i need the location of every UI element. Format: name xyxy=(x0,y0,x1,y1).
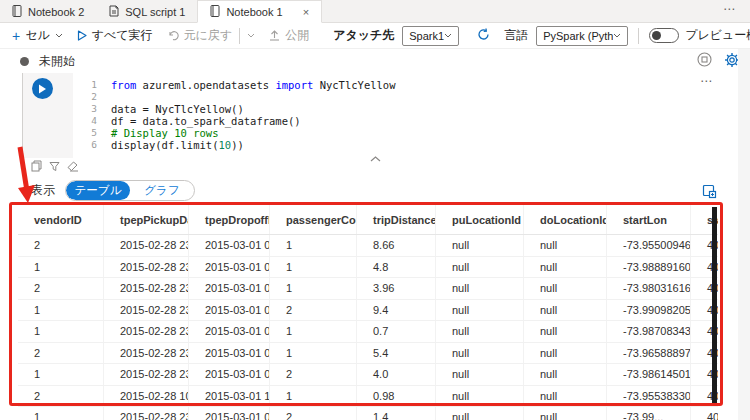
tab-sql-script-1[interactable]: SQL script 1 xyxy=(96,0,197,23)
chart-view-tab[interactable]: グラフ xyxy=(130,181,194,200)
column-header[interactable]: vendorID xyxy=(18,205,104,234)
table-cell: 1 xyxy=(18,321,104,342)
notebook-icon xyxy=(12,5,22,19)
table-cell: null xyxy=(524,235,607,256)
table-cell: 4.0 xyxy=(357,364,436,385)
table-cell: 4.8 xyxy=(357,257,436,278)
filter-icon[interactable] xyxy=(49,161,60,172)
tab-notebook-2[interactable]: Notebook 2 xyxy=(0,0,96,23)
table-cell: null xyxy=(524,257,607,278)
table-cell: 1 xyxy=(18,300,104,321)
upload-icon xyxy=(269,30,280,41)
tab-notebook-1[interactable]: Notebook 1 × xyxy=(197,0,322,23)
preview-toggle[interactable] xyxy=(649,28,679,43)
table-cell: null xyxy=(524,386,607,407)
table-cell: null xyxy=(524,278,607,299)
code-line: 5# Display 10 rows xyxy=(73,127,737,139)
column-header[interactable]: startLon xyxy=(607,205,691,234)
view-label: 表示 xyxy=(31,182,55,199)
table-row: 12015-02-28 23:5...2015-03-01 00:1...24.… xyxy=(18,364,718,386)
eraser-icon[interactable] xyxy=(67,161,79,172)
table-cell: 1 xyxy=(270,257,357,278)
language-label: 言語 xyxy=(504,27,528,44)
tab-label: SQL script 1 xyxy=(125,6,185,18)
copy-output-icon[interactable] xyxy=(31,160,42,172)
run-all-button[interactable]: すべて実行 xyxy=(77,27,153,44)
sql-script-icon xyxy=(108,5,119,19)
cell-more-button[interactable]: ⋯ xyxy=(700,74,713,88)
column-header[interactable]: tripDistance xyxy=(357,205,436,234)
code-line: 2 xyxy=(73,91,737,103)
table-cell: null xyxy=(436,386,524,407)
table-cell: null xyxy=(436,321,524,342)
code-line: 4df = data.to_spark_dataframe() xyxy=(73,115,737,127)
column-header[interactable]: tpepDropoffDat... xyxy=(189,205,270,234)
table-cell: null xyxy=(436,278,524,299)
table-cell: 2 xyxy=(18,235,104,256)
table-cell: 2015-03-01 00:0... xyxy=(189,300,270,321)
chevron-down-icon xyxy=(55,33,63,38)
table-scrollbar[interactable] xyxy=(712,207,717,406)
table-cell: -73.99... xyxy=(607,407,691,420)
table-cell: 2015-03-01 00:0... xyxy=(189,278,270,299)
table-cell: 2015-02-28 10:4... xyxy=(104,386,189,407)
table-view-tab[interactable]: テーブル xyxy=(66,181,130,200)
code-line: 3data = NycTlcYellow() xyxy=(73,103,737,115)
table-cell: 40 xyxy=(691,407,718,420)
undo-button[interactable]: 元に戻す xyxy=(167,27,256,44)
table-rows: vendorIDtpepPickupDate...tpepDropoffDat.… xyxy=(18,205,718,420)
export-results-icon[interactable] xyxy=(702,184,717,203)
line-number: 3 xyxy=(73,103,111,115)
chevron-down-icon xyxy=(613,33,621,38)
table-cell: 1 xyxy=(270,278,357,299)
refresh-icon[interactable] xyxy=(477,28,490,44)
line-number: 6 xyxy=(73,139,111,151)
tab-overflow-button[interactable]: ⋯ xyxy=(723,2,736,16)
preview-label: プレビュー機 xyxy=(685,27,750,44)
session-stop-icon[interactable] xyxy=(697,52,712,70)
table-cell: 1 xyxy=(270,235,357,256)
table-cell: 2015-02-28 23:5... xyxy=(104,343,189,364)
table-cell: 2 xyxy=(18,386,104,407)
close-icon[interactable]: × xyxy=(303,6,309,18)
table-cell: 2015-03-01 00:0... xyxy=(189,257,270,278)
table-row: 12015-02-28 23:5...2015-03-01 00:0...21.… xyxy=(18,407,718,420)
tab-bar: Notebook 2 SQL script 1 Notebook 1 × ⋯ xyxy=(0,0,750,23)
table-cell: 2015-02-28 23:5... xyxy=(104,364,189,385)
table-cell: 0.7 xyxy=(357,321,436,342)
table-cell: 2015-03-01 00:1... xyxy=(189,364,270,385)
collapse-cell-icon[interactable] xyxy=(370,148,381,166)
table-row: 22015-02-28 10:4...2015-03-01 10:4...10.… xyxy=(18,386,718,408)
table-cell: null xyxy=(436,364,524,385)
table-cell: 2015-02-28 23:2... xyxy=(104,300,189,321)
table-header-row: vendorIDtpepPickupDate...tpepDropoffDat.… xyxy=(18,205,718,235)
table-cell: null xyxy=(436,407,524,420)
table-cell: 1 xyxy=(270,386,357,407)
page-right-margin xyxy=(738,49,750,420)
code-lines: 1from azureml.opendatasets import NycTlc… xyxy=(73,79,737,151)
table-cell: null xyxy=(524,343,607,364)
publish-button[interactable]: 公開 xyxy=(269,27,309,44)
table-row: 12015-02-28 23:4...2015-03-01 00:0...14.… xyxy=(18,257,718,279)
column-header[interactable]: passengerCount xyxy=(270,205,357,234)
chevron-down-icon xyxy=(444,33,452,38)
code-editor[interactable]: 1from azureml.opendatasets import NycTlc… xyxy=(73,73,737,158)
table-cell: 1 xyxy=(18,257,104,278)
column-header[interactable]: tpepPickupDate... xyxy=(104,205,189,234)
line-number: 5 xyxy=(73,127,111,139)
add-cell-button[interactable]: + セル xyxy=(12,27,63,44)
table-cell: -73.96588897705... xyxy=(607,343,691,364)
notebook-toolbar: + セル すべて実行 元に戻す 公開 アタッチ先 Spark1 言語 xyxy=(0,23,750,49)
attach-to-select[interactable]: Spark1 xyxy=(402,26,459,46)
run-cell-button[interactable] xyxy=(32,78,53,99)
notebook-icon xyxy=(210,5,220,19)
play-icon xyxy=(77,30,87,41)
language-select[interactable]: PySpark (Python) xyxy=(536,26,628,46)
toolbar-right-cluster: プレビュー機 ⋯ xyxy=(638,27,750,44)
results-table[interactable]: vendorIDtpepPickupDate...tpepDropoffDat.… xyxy=(18,205,718,420)
table-cell: 2015-03-01 10:4... xyxy=(189,386,270,407)
table-row: 12015-02-28 23:5...2015-03-01 00:0...10.… xyxy=(18,321,718,343)
column-header[interactable]: puLocationId xyxy=(436,205,524,234)
column-header[interactable]: doLocationId xyxy=(524,205,607,234)
code-cell: 1from azureml.opendatasets import NycTlc… xyxy=(22,73,737,158)
